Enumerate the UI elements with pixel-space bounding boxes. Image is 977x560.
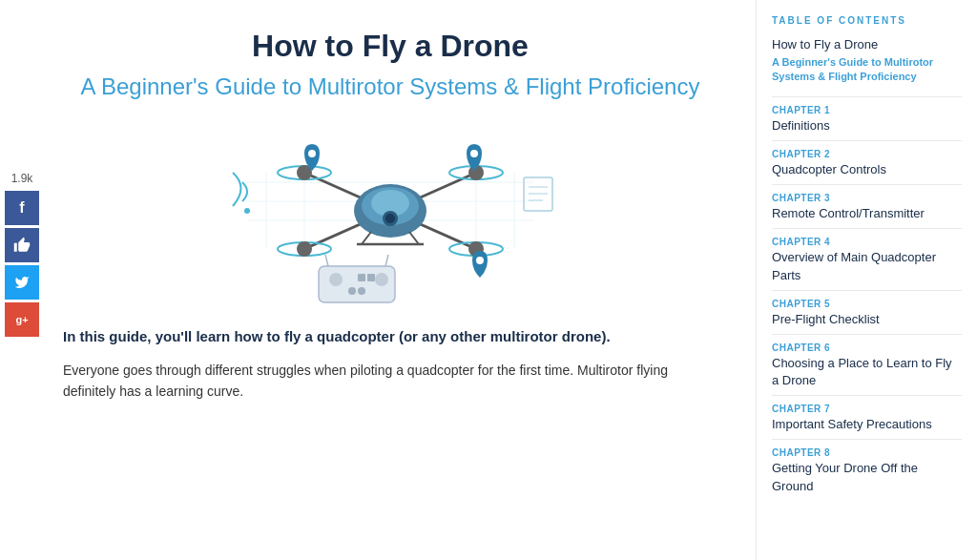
svg-point-29 (476, 257, 484, 264)
toc-chapter-label-3: CHAPTER 3 (772, 193, 962, 203)
social-count: 1.9k (11, 172, 33, 185)
svg-point-27 (308, 150, 316, 157)
svg-point-23 (385, 214, 395, 223)
toc-divider-5 (772, 334, 962, 335)
toc-chapter-title-4[interactable]: Overview of Main Quadcopter Parts (772, 249, 962, 283)
toc-chapter-label-5: CHAPTER 5 (772, 299, 962, 309)
svg-point-17 (297, 241, 312, 257)
svg-point-39 (358, 287, 365, 295)
toc-header: TABLE OF CONTENTS (772, 15, 962, 26)
svg-point-28 (470, 150, 478, 157)
svg-line-42 (325, 255, 328, 266)
toc-divider-7 (772, 439, 962, 440)
toc-main-title[interactable]: How to Fly a Drone (772, 37, 962, 52)
toc-chapter-title-7[interactable]: Important Safety Precautions (772, 416, 962, 433)
toc-chapter-title-5[interactable]: Pre-Flight Checklist (772, 311, 962, 328)
toc-divider-1 (772, 140, 962, 141)
toc-sidebar: TABLE OF CONTENTS How to Fly a Drone A B… (756, 0, 977, 560)
social-sidebar: 1.9k f g+ (0, 0, 44, 560)
drone-illustration (63, 120, 717, 311)
svg-point-30 (244, 208, 250, 214)
toc-divider-2 (772, 184, 962, 185)
main-content: How to Fly a Drone A Beginner's Guide to… (44, 0, 756, 560)
toc-chapter-title-2[interactable]: Quadcopter Controls (772, 161, 962, 178)
twitter-button[interactable] (5, 265, 39, 300)
toc-chapter-title-1[interactable]: Definitions (772, 117, 962, 135)
toc-chapters-container: CHAPTER 1DefinitionsCHAPTER 2Quadcopter … (772, 105, 962, 495)
facebook-button[interactable]: f (5, 191, 39, 225)
toc-chapter-label-1: CHAPTER 1 (772, 105, 962, 115)
toc-chapter-title-3[interactable]: Remote Control/Transmitter (772, 205, 962, 222)
svg-line-25 (409, 232, 419, 244)
toc-chapter-title-6[interactable]: Choosing a Place to Learn to Fly a Drone (772, 355, 962, 389)
toc-divider-4 (772, 290, 962, 291)
toc-chapter-label-8: CHAPTER 8 (772, 447, 962, 458)
toc-divider-6 (772, 395, 962, 396)
page-title: How to Fly a Drone (63, 29, 717, 64)
svg-point-38 (348, 287, 356, 295)
like-button[interactable] (5, 228, 39, 262)
page-subtitle: A Beginner's Guide to Multirotor Systems… (63, 72, 717, 101)
toc-divider (772, 96, 962, 97)
toc-chapter-title-8[interactable]: Getting Your Drone Off the Ground (772, 460, 962, 494)
intro-text: Everyone goes through different struggle… (63, 360, 717, 403)
intro-bold-text: In this guide, you'll learn how to fly a… (63, 326, 717, 348)
svg-point-37 (375, 273, 388, 286)
toc-chapter-label-2: CHAPTER 2 (772, 149, 962, 159)
svg-point-36 (329, 273, 343, 286)
google-plus-button[interactable]: g+ (5, 302, 39, 337)
toc-chapter-label-4: CHAPTER 4 (772, 237, 962, 247)
toc-chapter-label-6: CHAPTER 6 (772, 342, 962, 353)
toc-main-subtitle[interactable]: A Beginner's Guide to Multirotor Systems… (772, 55, 962, 85)
svg-line-24 (362, 232, 371, 244)
svg-rect-41 (358, 274, 365, 281)
toc-chapter-label-7: CHAPTER 7 (772, 404, 962, 414)
toc-divider-3 (772, 228, 962, 229)
svg-rect-40 (367, 274, 375, 281)
svg-line-43 (385, 255, 388, 266)
